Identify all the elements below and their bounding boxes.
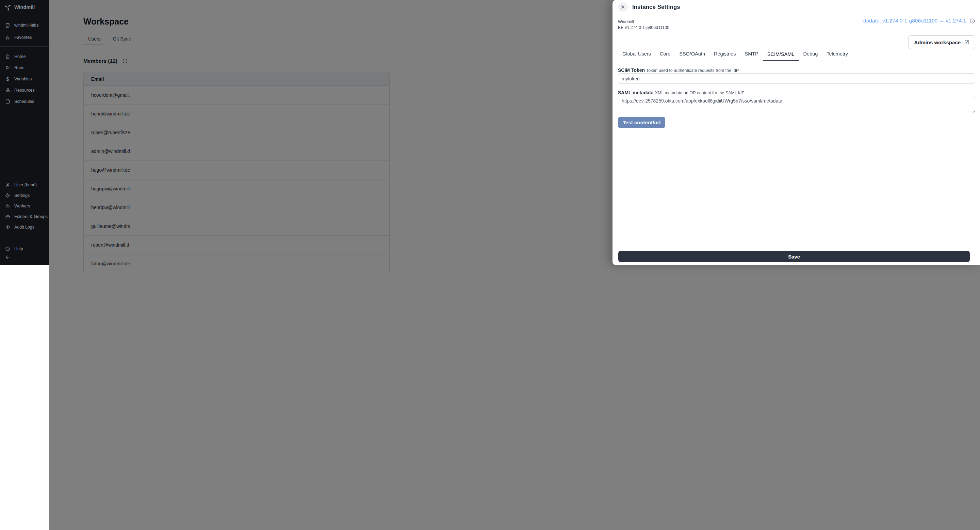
star-icon xyxy=(5,35,10,40)
windmill-logo-icon xyxy=(5,4,11,11)
workspace-page: Workspace Users Git Sync Members (12) Em… xyxy=(49,0,490,265)
sidebar-item-settings[interactable]: Settings xyxy=(0,190,49,201)
collapse-sidebar-arrow-icon[interactable] xyxy=(5,254,11,260)
sidebar-item-home[interactable]: Home xyxy=(0,51,49,62)
boxes-icon xyxy=(5,88,10,93)
sidebar-divider xyxy=(0,46,49,47)
sidebar-item-runs[interactable]: Runs xyxy=(0,62,49,73)
sidebar-item-label: Resources xyxy=(14,88,35,93)
sidebar-item-label: Runs xyxy=(14,65,24,70)
sidebar-item-label: windmill-labs xyxy=(14,23,39,27)
play-icon xyxy=(5,65,10,70)
sidebar-item-favorites[interactable]: Favorites xyxy=(0,31,49,44)
sidebar-item-label: Schedules xyxy=(14,99,34,104)
sidebar-item-variables[interactable]: $ Variables xyxy=(0,73,49,85)
sidebar-item-label: Folders & Groups xyxy=(14,214,48,219)
sidebar-item-help[interactable]: Help xyxy=(0,243,49,254)
home-icon xyxy=(5,54,10,59)
sidebar-item-label: Audit Logs xyxy=(14,225,34,230)
eye-icon xyxy=(5,225,10,230)
sidebar-item-workers[interactable]: Workers xyxy=(0,201,49,211)
dollar-icon: $ xyxy=(5,76,10,81)
sidebar-item-audit-logs[interactable]: Audit Logs xyxy=(0,222,49,232)
sidebar-item-label: Favorites xyxy=(14,35,32,40)
sidebar-item-label: Variables xyxy=(14,77,32,81)
building-icon xyxy=(5,23,10,28)
app-name: Windmill xyxy=(14,5,35,10)
sidebar: Windmill windmill-labs Favorites Home xyxy=(0,0,49,265)
sidebar-item-label: Workers xyxy=(14,204,30,208)
gear-icon xyxy=(5,193,10,198)
calendar-icon xyxy=(5,99,10,104)
sidebar-item-folders-groups[interactable]: Folders & Groups xyxy=(0,211,49,222)
user-icon xyxy=(5,182,10,187)
sidebar-item-workspace[interactable]: windmill-labs xyxy=(0,19,49,31)
robot-icon xyxy=(5,203,10,208)
sidebar-item-label: User (henri) xyxy=(14,183,37,187)
sidebar-item-label: Help xyxy=(14,247,23,251)
sidebar-item-schedules[interactable]: Schedules xyxy=(0,96,49,107)
help-icon xyxy=(5,246,10,251)
folder-open-icon xyxy=(5,214,10,219)
modal-overlay[interactable] xyxy=(49,0,490,265)
sidebar-item-label: Home xyxy=(14,54,25,59)
sidebar-item-resources[interactable]: Resources xyxy=(0,85,49,96)
sidebar-item-user[interactable]: User (henri) xyxy=(0,179,49,190)
sidebar-logo-row[interactable]: Windmill xyxy=(0,0,49,14)
sidebar-item-label: Settings xyxy=(14,193,30,198)
